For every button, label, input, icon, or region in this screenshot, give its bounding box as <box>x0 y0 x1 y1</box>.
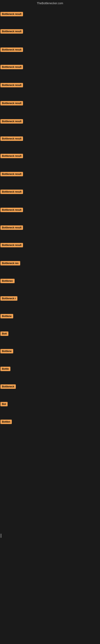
bottleneck-badge-3: Bottleneck result <box>0 48 23 52</box>
bottleneck-badge-8: Bottleneck result <box>0 136 23 141</box>
bottleneck-badge-11: Bottleneck result <box>0 190 23 194</box>
bottleneck-badge-13: Bottleneck result <box>0 226 23 230</box>
result-row-19: Bott <box>0 332 8 337</box>
result-row-18: Bottlene <box>0 314 13 319</box>
bottleneck-badge-10: Bottleneck result <box>0 172 23 176</box>
bottleneck-badge-23: Bot <box>0 402 8 406</box>
result-row-21: Bottle <box>0 367 10 372</box>
result-row-7: Bottleneck result <box>0 119 23 124</box>
bottleneck-badge-14: Bottleneck result <box>0 243 23 247</box>
bottleneck-badge-6: Bottleneck result <box>0 101 23 106</box>
result-row-1: Bottleneck result <box>0 12 23 17</box>
bottleneck-badge-4: Bottleneck result <box>0 65 23 69</box>
result-row-8: Bottleneck result <box>0 136 23 142</box>
bottleneck-badge-16: Bottlenec <box>0 279 15 283</box>
bottleneck-badge-22: Bottleneck <box>0 384 16 389</box>
bottleneck-badge-19: Bott <box>0 332 8 336</box>
result-row-5: Bottleneck result <box>0 83 23 88</box>
result-row-24: Bottlen <box>0 420 12 425</box>
bottleneck-badge-24: Bottlen <box>0 420 12 424</box>
bottleneck-badge-2: Bottleneck result <box>0 29 23 34</box>
result-row-17: Bottleneck r <box>0 296 17 302</box>
result-row-15: Bottleneck res <box>0 261 20 266</box>
bottleneck-badge-1: Bottleneck result <box>0 12 23 16</box>
cursor-line <box>1 534 1 538</box>
result-row-13: Bottleneck result <box>0 226 23 231</box>
result-row-20: Bottlene <box>0 349 13 354</box>
result-row-12: Bottleneck result <box>0 208 23 213</box>
bottleneck-badge-9: Bottleneck result <box>0 154 23 158</box>
bottleneck-badge-7: Bottleneck result <box>0 119 23 124</box>
bottleneck-badge-17: Bottleneck r <box>0 296 17 301</box>
bottleneck-badge-15: Bottleneck res <box>0 261 20 266</box>
result-row-14: Bottleneck result <box>0 243 23 248</box>
result-row-6: Bottleneck result <box>0 101 23 106</box>
bottleneck-badge-21: Bottle <box>0 367 10 371</box>
result-row-4: Bottleneck result <box>0 65 23 70</box>
site-title: TheBottlenecker.com <box>0 0 100 6</box>
result-row-10: Bottleneck result <box>0 172 23 177</box>
result-row-2: Bottleneck result <box>0 29 23 34</box>
result-row-9: Bottleneck result <box>0 154 23 159</box>
bottleneck-badge-5: Bottleneck result <box>0 83 23 87</box>
result-row-11: Bottleneck result <box>0 190 23 195</box>
bottleneck-badge-18: Bottlene <box>0 314 13 318</box>
result-row-3: Bottleneck result <box>0 48 23 53</box>
bottleneck-badge-20: Bottlene <box>0 349 13 354</box>
result-row-23: Bot <box>0 402 8 407</box>
bottleneck-badge-12: Bottleneck result <box>0 208 23 212</box>
result-row-22: Bottleneck <box>0 384 16 390</box>
result-row-16: Bottlenec <box>0 279 15 284</box>
